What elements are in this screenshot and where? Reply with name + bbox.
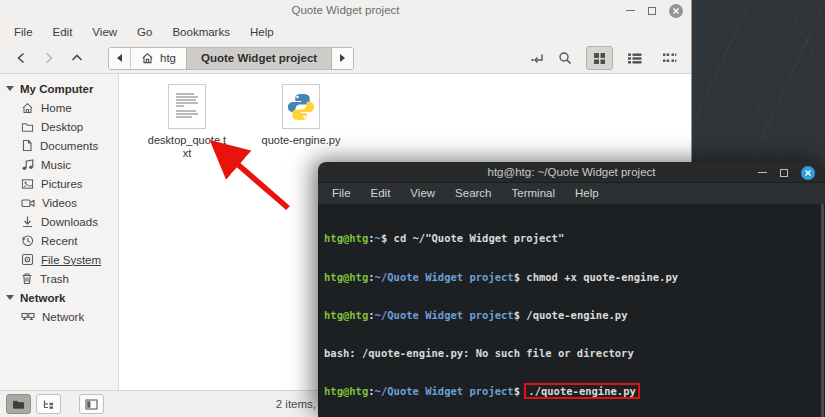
file-manager-toolbar: htg Quote Widget project <box>0 43 691 74</box>
compact-view-icon[interactable] <box>656 46 683 70</box>
sidebar: My Computer Home Desktop Documents Music <box>0 74 119 390</box>
window-title: Quote Widget project <box>0 0 691 21</box>
breadcrumb-scroll-right-icon[interactable] <box>332 48 353 69</box>
expander-icon[interactable] <box>6 86 14 91</box>
places-toggle-icon[interactable] <box>6 394 31 414</box>
expander-icon[interactable] <box>6 295 14 300</box>
highlighted-command: ./quote-engine.py <box>526 385 637 397</box>
terminal-titlebar[interactable]: htg@htg: ~/Quote Widget project <box>318 162 825 183</box>
forward-icon[interactable] <box>36 46 62 70</box>
file-label: desktop_quote.txt <box>146 134 228 160</box>
terminal-line: htg@htg:~$ cd ~/"Quote Widget project" <box>324 232 825 245</box>
sidebar-section-my-computer[interactable]: My Computer <box>0 79 118 98</box>
breadcrumb-home-label: htg <box>160 52 176 64</box>
breadcrumb-current[interactable]: Quote Widget project <box>186 48 332 69</box>
sidebar-item-trash[interactable]: Trash <box>0 269 118 288</box>
network-icon <box>21 311 35 323</box>
maximize-icon[interactable] <box>780 169 788 177</box>
terminal-scrollbar[interactable] <box>821 204 824 417</box>
menu-terminal[interactable]: Terminal <box>502 183 565 204</box>
sidebar-toggle-icon[interactable] <box>79 394 104 414</box>
terminal-line: htg@htg:~/Quote Widget project$ ./quote-… <box>324 385 825 398</box>
menu-go[interactable]: Go <box>127 21 162 43</box>
close-icon[interactable] <box>801 166 815 180</box>
clock-icon <box>21 234 34 247</box>
status-items-count: 2 items, <box>276 391 316 417</box>
menu-file[interactable]: File <box>322 183 361 204</box>
minimize-icon[interactable] <box>758 172 767 174</box>
home-icon <box>141 52 154 64</box>
menu-bookmarks[interactable]: Bookmarks <box>162 21 240 43</box>
breadcrumb-home[interactable]: htg <box>130 48 186 69</box>
trash-icon <box>21 272 33 285</box>
home-icon <box>21 102 34 114</box>
terminal-menubar: File Edit View Search Terminal Help <box>318 183 825 204</box>
terminal-line: bash: /quote-engine.py: No such file or … <box>324 347 825 360</box>
minimize-icon[interactable] <box>626 10 635 12</box>
video-icon <box>21 197 35 209</box>
folder-icon <box>21 121 34 133</box>
treeview-toggle-icon[interactable] <box>36 394 61 414</box>
toggle-location-entry-icon[interactable] <box>524 46 550 70</box>
menu-help[interactable]: Help <box>565 183 609 204</box>
screen: Quote Widget project File Edit View Go B… <box>0 0 825 417</box>
terminal-title: htg@htg: ~/Quote Widget project <box>318 162 825 183</box>
sidebar-item-file-system[interactable]: File System <box>0 250 118 269</box>
document-icon <box>21 139 33 152</box>
text-file-icon <box>168 84 206 129</box>
sidebar-item-home[interactable]: Home <box>0 98 118 117</box>
terminal-output[interactable]: htg@htg:~$ cd ~/"Quote Widget project" h… <box>318 204 825 417</box>
up-icon[interactable] <box>64 46 90 70</box>
search-icon[interactable] <box>552 46 578 70</box>
menu-edit[interactable]: Edit <box>43 21 83 43</box>
file-desktop-quote-txt[interactable]: desktop_quote.txt <box>139 84 235 160</box>
sidebar-item-music[interactable]: Music <box>0 155 118 174</box>
menu-help[interactable]: Help <box>240 21 284 43</box>
sidebar-item-desktop[interactable]: Desktop <box>0 117 118 136</box>
sidebar-item-pictures[interactable]: Pictures <box>0 174 118 193</box>
maximize-icon[interactable] <box>648 7 656 15</box>
list-view-icon[interactable] <box>621 46 648 70</box>
download-icon <box>21 215 34 228</box>
disk-icon <box>21 253 34 266</box>
sidebar-item-documents[interactable]: Documents <box>0 136 118 155</box>
terminal-window: htg@htg: ~/Quote Widget project File Edi… <box>318 162 825 417</box>
back-icon[interactable] <box>8 46 34 70</box>
music-icon <box>21 158 34 171</box>
breadcrumb-scroll-left-icon[interactable] <box>109 48 130 69</box>
python-file-icon <box>282 84 320 129</box>
picture-icon <box>21 178 34 190</box>
file-manager-titlebar[interactable]: Quote Widget project <box>0 0 691 21</box>
grid-view-icon[interactable] <box>586 46 613 70</box>
menu-view[interactable]: View <box>82 21 127 43</box>
terminal-line: htg@htg:~/Quote Widget project$ chmod +x… <box>324 271 825 284</box>
sidebar-item-network[interactable]: Network <box>0 307 118 326</box>
sidebar-item-recent[interactable]: Recent <box>0 231 118 250</box>
close-icon[interactable] <box>669 4 683 18</box>
menu-view[interactable]: View <box>400 183 445 204</box>
sidebar-item-videos[interactable]: Videos <box>0 193 118 212</box>
menu-edit[interactable]: Edit <box>361 183 401 204</box>
file-manager-menubar: File Edit View Go Bookmarks Help <box>0 21 691 43</box>
file-label: quote-engine.py <box>260 134 342 147</box>
menu-search[interactable]: Search <box>445 183 501 204</box>
menu-file[interactable]: File <box>4 21 43 43</box>
terminal-line: htg@htg:~/Quote Widget project$ /quote-e… <box>324 309 825 322</box>
sidebar-section-network[interactable]: Network <box>0 288 118 307</box>
breadcrumb: htg Quote Widget project <box>108 47 354 70</box>
sidebar-item-downloads[interactable]: Downloads <box>0 212 118 231</box>
file-quote-engine-py[interactable]: quote-engine.py <box>253 84 349 147</box>
